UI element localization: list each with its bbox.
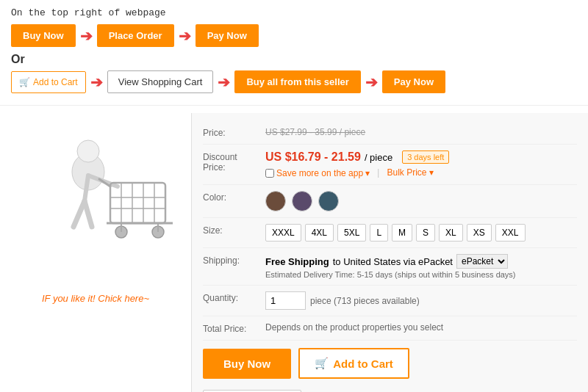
bulk-price-label: Bulk Price: [387, 167, 426, 178]
arrow-icon-2: ➔: [179, 27, 191, 45]
bulk-price-arrow: ▾: [429, 167, 434, 178]
shipping-value: Free Shipping to United States via ePack…: [265, 254, 577, 279]
size-5xl[interactable]: 5XL: [337, 224, 366, 242]
estimated-delivery: Estimated Delivery Time: 5-15 days (ship…: [265, 270, 577, 279]
flow-row-1: Buy Now ➔ Place Order ➔ Pay Now: [11, 24, 577, 47]
total-price-value: Depends on the product properties you se…: [265, 322, 577, 333]
shipping-row: Shipping: Free Shipping to United States…: [203, 248, 577, 286]
size-xxl[interactable]: XXL: [495, 224, 526, 242]
price-label: Price:: [203, 126, 265, 138]
arrow-icon-5: ➔: [365, 73, 378, 91]
save-more-row: Save more on the app ▾ | Bulk Price ▾: [265, 166, 577, 178]
shipping-info: Free Shipping to United States via ePack…: [265, 254, 577, 269]
quantity-input[interactable]: [265, 291, 306, 310]
instruction-text: On the top right of webpage: [11, 7, 577, 18]
color-options: [265, 191, 577, 211]
color-option-3[interactable]: [318, 191, 339, 211]
arrow-icon-1: ➔: [80, 27, 93, 45]
discount-price-row: Discount Price: US $16.79 - 21.59 / piec…: [203, 145, 577, 185]
buy-all-from-seller-button[interactable]: Buy all from this seller: [234, 70, 360, 93]
shipping-select[interactable]: ePacket: [456, 254, 508, 269]
size-s[interactable]: S: [416, 224, 435, 242]
buy-now-button-top[interactable]: Buy Now: [11, 24, 76, 47]
save-more[interactable]: Save more on the app ▾: [265, 168, 370, 178]
size-4xl[interactable]: 4XL: [305, 224, 334, 242]
color-row: Color:: [203, 185, 577, 218]
quantity-label: Quantity:: [203, 291, 265, 303]
size-options: XXXL 4XL 5XL L M S XL XS XXL: [265, 224, 577, 242]
quantity-value: piece (713 pieces available): [265, 291, 577, 310]
price-value: US $27.99 - 35.99 / piece: [265, 126, 577, 137]
color-option-2[interactable]: [292, 191, 312, 211]
total-price-label: Total Price:: [203, 322, 265, 334]
place-order-button[interactable]: Place Order: [97, 24, 174, 47]
add-to-cart-button-top[interactable]: 🛒 Add to Cart: [11, 71, 86, 93]
buy-now-button-main[interactable]: Buy Now: [203, 349, 291, 379]
size-xxxl[interactable]: XXXL: [265, 224, 301, 242]
arrow-icon-3: ➔: [90, 73, 103, 91]
pieces-available: piece (713 pieces available): [310, 296, 420, 306]
add-to-cart-button-main[interactable]: 🛒 Add to Cart: [298, 348, 409, 379]
discount-price: US $16.79 - 21.59: [265, 150, 361, 164]
svg-line-5: [85, 201, 92, 227]
add-to-cart-label: Add to Cart: [33, 77, 78, 87]
original-price: US $27.99 - 35.99 / piece: [265, 127, 365, 137]
arrow-icon-4: ➔: [218, 73, 230, 91]
size-label: Size:: [203, 224, 265, 236]
product-area: IF you like it! Chick here~ Price: US $2…: [0, 106, 588, 392]
size-row: Size: XXXL 4XL 5XL L M S XL XS XXL: [203, 218, 577, 248]
wish-text: IF you like it! Chick here~: [42, 293, 149, 304]
pay-now-button-flow2[interactable]: Pay Now: [382, 70, 445, 93]
svg-rect-6: [110, 183, 165, 223]
view-shopping-cart-button[interactable]: View Shopping Cart: [107, 70, 214, 93]
cart-icon-main: 🛒: [315, 357, 329, 370]
cart-icon-small: 🛒: [19, 77, 30, 87]
save-app-checkbox[interactable]: [265, 169, 274, 178]
save-more-label: Save more on the app: [276, 168, 363, 178]
bulk-price[interactable]: Bulk Price ▾: [387, 167, 433, 178]
wish-list-row: ♡ Add to Wish List ▾ (1628 Adds): [203, 386, 577, 392]
quantity-row: Quantity: piece (713 pieces available): [203, 286, 577, 316]
shipping-to: to United States via ePacket: [333, 256, 453, 267]
save-more-arrow: ▾: [365, 168, 370, 178]
product-image-section: IF you like it! Chick here~: [0, 113, 191, 392]
size-xl[interactable]: XL: [439, 224, 463, 242]
svg-point-1: [77, 140, 99, 162]
product-details: Price: US $27.99 - 35.99 / piece Discoun…: [191, 113, 588, 392]
color-label: Color:: [203, 191, 265, 203]
discount-label: Discount Price:: [203, 150, 265, 173]
discount-value: US $16.79 - 21.59 / piece 3 days left Sa…: [265, 150, 577, 178]
shipping-free: Free Shipping: [265, 256, 329, 267]
days-left-badge: 3 days left: [402, 150, 449, 164]
per-piece: / piece: [365, 152, 392, 163]
product-image: [15, 120, 176, 289]
total-price-row: Total Price: Depends on the product prop…: [203, 316, 577, 341]
svg-line-4: [74, 201, 85, 227]
action-buttons: Buy Now 🛒 Add to Cart: [203, 341, 577, 386]
or-text: Or: [11, 53, 577, 66]
size-l[interactable]: L: [370, 224, 388, 242]
price-row: Price: US $27.99 - 35.99 / piece: [203, 120, 577, 145]
flow-row-2: 🛒 Add to Cart ➔ View Shopping Cart ➔ Buy…: [11, 70, 577, 93]
shipping-label: Shipping:: [203, 254, 265, 266]
pay-now-button-top[interactable]: Pay Now: [196, 24, 259, 47]
color-option-1[interactable]: [265, 191, 286, 211]
size-m[interactable]: M: [392, 224, 412, 242]
size-xs[interactable]: XS: [467, 224, 492, 242]
add-to-cart-main-label: Add to Cart: [333, 357, 393, 370]
shopping-cart-svg: [15, 120, 176, 289]
